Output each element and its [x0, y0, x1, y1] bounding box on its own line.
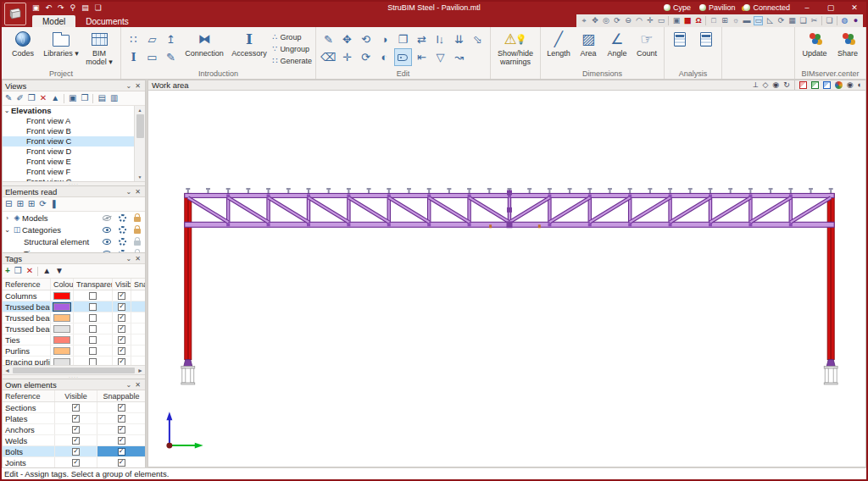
- tags-h-scrollbar[interactable]: ◄►: [3, 365, 145, 374]
- visible-checkbox[interactable]: [118, 303, 125, 311]
- transparent-checkbox[interactable]: [89, 347, 97, 355]
- snappable-checkbox[interactable]: [118, 437, 125, 445]
- edit-view-icon[interactable]: ✐: [16, 93, 23, 103]
- own-elements-row[interactable]: Plates: [3, 413, 145, 424]
- expander-icon[interactable]: ›: [3, 214, 12, 222]
- transparent-checkbox[interactable]: [89, 314, 97, 322]
- tags-column-header[interactable]: Sna: [131, 279, 145, 290]
- elements-read-row[interactable]: Ties: [3, 247, 145, 252]
- tag-visible-cell[interactable]: [113, 323, 131, 334]
- tab-documents[interactable]: Documents: [75, 15, 139, 27]
- tag-visible-cell[interactable]: [113, 312, 131, 323]
- tag-snappable-cell[interactable]: [131, 323, 145, 334]
- gear-cell[interactable]: [114, 214, 130, 222]
- globe-icon[interactable]: ◍: [841, 17, 849, 25]
- expander-icon[interactable]: ⌄: [3, 226, 12, 234]
- share-button[interactable]: Share: [833, 29, 862, 58]
- orbit-icon[interactable]: ↻: [783, 81, 790, 89]
- own-snappable-cell[interactable]: [97, 402, 145, 412]
- info-icon[interactable]: ❚: [51, 199, 58, 209]
- eye-icon[interactable]: ◉: [772, 81, 779, 89]
- tag-colour-cell[interactable]: [51, 301, 74, 312]
- book-open-icon[interactable]: ▥: [110, 93, 118, 103]
- close-panel-icon[interactable]: ✕: [133, 188, 142, 196]
- snappable-checkbox[interactable]: [118, 459, 125, 467]
- minimize-button[interactable]: –: [795, 2, 819, 14]
- transparent-checkbox[interactable]: [89, 292, 97, 300]
- view-cube-icon[interactable]: ◇: [762, 81, 768, 89]
- own-visible-cell[interactable]: [55, 413, 97, 423]
- own-elements-row[interactable]: Bolts: [3, 446, 145, 457]
- gear-cell[interactable]: [114, 250, 130, 253]
- accessory-button[interactable]: I Accessory: [229, 29, 270, 58]
- lock-cell[interactable]: [130, 238, 145, 246]
- snappable-checkbox[interactable]: [118, 415, 125, 423]
- tag-transparent-cell[interactable]: [74, 346, 113, 356]
- link-icon[interactable]: ⊟: [5, 199, 12, 209]
- tag-snappable-cell[interactable]: [131, 290, 145, 301]
- lower-group-icon[interactable]: ⇊: [450, 30, 468, 48]
- move-down-icon[interactable]: ▼: [55, 266, 64, 276]
- tags-row[interactable]: Trussed beam 3: [3, 323, 145, 334]
- mirror-copy-icon[interactable]: ◐: [376, 48, 393, 66]
- visible-checkbox[interactable]: [72, 404, 80, 412]
- tag-snappable-cell[interactable]: [131, 301, 145, 312]
- pan-icon[interactable]: ◠: [635, 17, 643, 25]
- tag-colour-cell[interactable]: [51, 334, 74, 345]
- visible-checkbox[interactable]: [118, 292, 125, 300]
- snap-settings-icon[interactable]: ☼: [732, 17, 739, 25]
- own-visible-cell[interactable]: [55, 446, 97, 456]
- tag-visible-cell[interactable]: [113, 334, 131, 345]
- own-snappable-cell[interactable]: [97, 435, 145, 445]
- grid-points-icon[interactable]: ∷: [125, 30, 142, 48]
- visible-checkbox[interactable]: [72, 426, 80, 434]
- app-icon[interactable]: [4, 3, 26, 25]
- tag-transparent-cell[interactable]: [74, 323, 113, 334]
- tag-colour-cell[interactable]: [51, 346, 74, 356]
- camera-icon[interactable]: ▣: [69, 93, 76, 103]
- lower-section-icon[interactable]: Ɩ↓: [431, 30, 449, 48]
- libraries-button[interactable]: Libraries ▾: [43, 29, 79, 58]
- redraw-icon[interactable]: ⟳: [613, 17, 620, 25]
- own-snappable-cell[interactable]: [97, 457, 145, 467]
- visible-checkbox[interactable]: [72, 459, 80, 467]
- assign-tags-icon[interactable]: [394, 48, 412, 66]
- collapse-panel-icon[interactable]: ⌄: [125, 188, 134, 196]
- plate-icon[interactable]: ▭: [143, 48, 161, 66]
- sphere-icon[interactable]: ●: [852, 17, 860, 25]
- pixel-grid-icon[interactable]: ▩: [683, 17, 691, 25]
- visibility-icon[interactable]: ◉: [847, 81, 854, 89]
- save-icon[interactable]: ▣: [32, 3, 40, 12]
- tags-column-header[interactable]: Reference: [3, 279, 51, 290]
- tag-visible-cell[interactable]: [113, 301, 131, 312]
- move-up-icon[interactable]: ▲: [42, 266, 51, 276]
- collapse-panel-icon[interactable]: ⌄: [125, 82, 134, 90]
- edit-pencil-icon[interactable]: ✎: [320, 30, 337, 48]
- elements-read-row[interactable]: ›◈Models: [3, 212, 145, 224]
- undo-icon[interactable]: ↶: [46, 3, 53, 12]
- rotate-icon[interactable]: ⟲: [357, 30, 375, 48]
- new-view-icon[interactable]: ✎: [5, 93, 12, 103]
- blue-plane-icon[interactable]: [823, 81, 831, 89]
- own-elements-row[interactable]: Sections: [3, 402, 145, 413]
- lower-tilted-icon[interactable]: ⬂: [469, 30, 487, 48]
- ruler-icon[interactable]: ▭: [754, 16, 763, 25]
- zoom-extents-icon[interactable]: ✥: [591, 17, 598, 25]
- connection-status[interactable]: Connected: [743, 3, 790, 12]
- stretch-icon[interactable]: ⇄: [413, 30, 431, 48]
- eye-cell[interactable]: [99, 251, 114, 253]
- iso-view-icon[interactable]: ▲: [51, 93, 59, 103]
- show-hide-warnings-button[interactable]: ⚠💡 Show/hide warnings: [494, 29, 537, 66]
- view-item[interactable]: Front view F: [3, 167, 134, 177]
- cut-icon[interactable]: ✂: [810, 17, 818, 25]
- collapse-panel-icon[interactable]: ⌄: [125, 255, 134, 263]
- tags-row[interactable]: Trussed beam 1: [3, 301, 145, 312]
- group-button[interactable]: ∴Group: [272, 31, 312, 42]
- generate-button[interactable]: ∷Generate: [272, 55, 312, 66]
- dimension-style-icon[interactable]: ▬: [743, 17, 750, 25]
- close-panel-icon[interactable]: ✕: [133, 82, 142, 90]
- template-icon[interactable]: ▦: [788, 17, 796, 25]
- view-item[interactable]: Front view G: [3, 177, 134, 181]
- move-icon[interactable]: ✥: [338, 30, 356, 48]
- cameras-icon[interactable]: ❐: [81, 93, 89, 103]
